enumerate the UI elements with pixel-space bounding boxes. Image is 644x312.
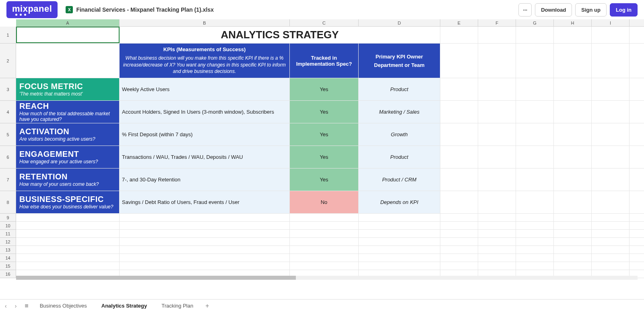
cell-i14[interactable] [592,254,630,262]
owner-4[interactable]: Marketing / Sales [359,101,440,123]
cell-j14[interactable] [630,254,644,262]
cell-h4[interactable] [554,101,592,123]
col-header-f[interactable]: F [478,19,516,26]
cell-h14[interactable] [554,254,592,262]
category-6[interactable]: ENGAGEMENTHow engaged are your active us… [16,146,120,168]
category-4[interactable]: REACHHow much of the total addressable m… [16,101,120,123]
cell-h15[interactable] [554,262,592,270]
cell-e10[interactable] [440,222,478,229]
cell-g5[interactable] [516,123,554,146]
cell-h9[interactable] [554,214,592,221]
row-header-3[interactable]: 3 [0,78,16,101]
tracked-7[interactable]: Yes [290,168,359,191]
cell-rest8[interactable] [630,191,644,213]
cell-a14[interactable] [16,254,120,262]
cell-f14[interactable] [478,254,516,262]
cell-rest3[interactable] [630,78,644,100]
cell-f10[interactable] [478,222,516,229]
cell-e6[interactable] [440,146,478,168]
cell-b12[interactable] [120,238,290,245]
row-header-1[interactable]: 1 [0,27,16,44]
login-button[interactable]: Log in [610,3,638,17]
cell-h2[interactable] [554,44,592,78]
cell-c13[interactable] [290,246,359,254]
cell-i6[interactable] [592,146,630,168]
tracked-5[interactable]: Yes [290,123,359,146]
cell-f9[interactable] [478,214,516,221]
cell-j9[interactable] [630,214,644,221]
download-button[interactable]: Download [535,3,572,17]
cell-f7[interactable] [478,168,516,191]
cell-c14[interactable] [290,254,359,262]
cell-g11[interactable] [516,230,554,237]
cell-d15[interactable] [359,262,440,270]
cell-f3[interactable] [478,78,516,100]
tracked-4[interactable]: Yes [290,101,359,123]
prev-sheet-arrow[interactable]: ‹ [3,303,8,309]
cell-a12[interactable] [16,238,120,245]
cell-h1[interactable] [554,27,592,43]
cell-i15[interactable] [592,262,630,270]
cell-f8[interactable] [478,191,516,213]
kpi-4[interactable]: Account Holders, Signed In Users (3-mont… [120,101,290,123]
cell-i5[interactable] [592,123,630,146]
row-header-6[interactable]: 6 [0,146,16,168]
cell-i4[interactable] [592,101,630,123]
row-header-11[interactable]: 11 [0,230,16,238]
cell-b15[interactable] [120,262,290,270]
cell-a10[interactable] [16,222,120,229]
row-header-16[interactable]: 16 [0,270,16,278]
row-header-8[interactable]: 8 [0,191,16,214]
cell-b11[interactable] [120,230,290,237]
cell-title[interactable]: ANALYTICS STRATEGY [120,27,440,43]
row-header-7[interactable]: 7 [0,168,16,191]
more-button[interactable]: ··· [518,3,532,17]
cell-h7[interactable] [554,168,592,191]
cell-g7[interactable] [516,168,554,191]
cell-g4[interactable] [516,101,554,123]
cell-a9[interactable] [16,214,120,221]
cell-g8[interactable] [516,191,554,213]
owner-6[interactable]: Product [359,146,440,168]
kpi-8[interactable]: Savings / Debt Ratio of Users, Fraud eve… [120,191,290,213]
cell-d13[interactable] [359,246,440,254]
cell-d9[interactable] [359,214,440,221]
cell-j13[interactable] [630,246,644,254]
cell-e14[interactable] [440,254,478,262]
cell-c12[interactable] [290,238,359,245]
sheet-tab-business-objectives[interactable]: Business Objectives [35,301,92,310]
cell-f15[interactable] [478,262,516,270]
cell-i12[interactable] [592,238,630,245]
col-header-e[interactable]: E [440,19,478,26]
cell-h5[interactable] [554,123,592,146]
category-8[interactable]: BUSINESS-SPECIFICHow else does your busi… [16,191,120,213]
cell-d2[interactable]: Primary KPI Owner Department or Team [359,44,440,78]
col-header-c[interactable]: C [290,19,359,26]
cell-c11[interactable] [290,230,359,237]
owner-8[interactable]: Depends on KPI [359,191,440,213]
row-header-4[interactable]: 4 [0,101,16,123]
cell-e4[interactable] [440,101,478,123]
cell-i10[interactable] [592,222,630,229]
row-header-14[interactable]: 14 [0,254,16,262]
cell-i3[interactable] [592,78,630,100]
cell-b2[interactable]: KPIs (Measurements of Success) What busi… [120,44,290,78]
cell-g15[interactable] [516,262,554,270]
cell-c9[interactable] [290,214,359,221]
cell-rest7[interactable] [630,168,644,191]
cell-h12[interactable] [554,238,592,245]
tracked-6[interactable]: Yes [290,146,359,168]
cell-rest1[interactable] [630,27,644,43]
cell-d10[interactable] [359,222,440,229]
cell-b14[interactable] [120,254,290,262]
cell-j12[interactable] [630,238,644,245]
cell-d14[interactable] [359,254,440,262]
cell-e9[interactable] [440,214,478,221]
cell-e2[interactable] [440,44,478,78]
cell-f6[interactable] [478,146,516,168]
cell-e3[interactable] [440,78,478,100]
cell-a1[interactable] [16,27,120,43]
cell-i11[interactable] [592,230,630,237]
cell-c15[interactable] [290,262,359,270]
cell-c2[interactable]: Tracked in Implementation Spec? [290,44,359,78]
